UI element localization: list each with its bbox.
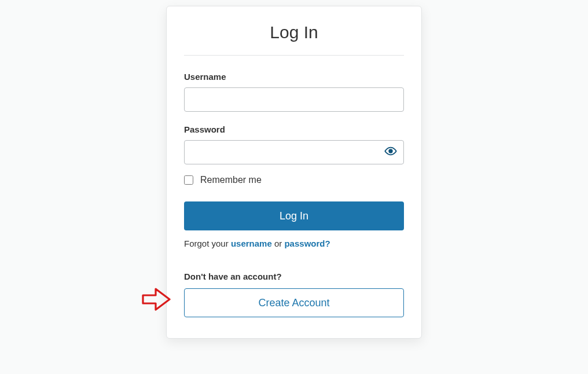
- password-group: Password: [184, 124, 404, 164]
- create-account-button[interactable]: Create Account: [184, 288, 404, 317]
- forgot-username-link[interactable]: username: [231, 239, 272, 248]
- svg-point-0: [389, 149, 392, 153]
- forgot-password-link[interactable]: password?: [284, 239, 330, 248]
- remember-label[interactable]: Remember me: [200, 175, 262, 185]
- page-title: Log In: [184, 23, 404, 56]
- password-input-wrap: [184, 140, 404, 164]
- forgot-row: Forgot your username or password?: [184, 239, 404, 248]
- username-label: Username: [184, 72, 404, 82]
- remember-row: Remember me: [184, 175, 404, 185]
- password-label: Password: [184, 124, 404, 134]
- show-password-icon[interactable]: [384, 145, 397, 160]
- forgot-prefix: Forgot your: [184, 239, 231, 248]
- login-card: Log In Username Password Remember me Log…: [166, 6, 422, 339]
- password-input[interactable]: [184, 140, 404, 164]
- username-group: Username: [184, 72, 404, 112]
- login-button[interactable]: Log In: [184, 201, 404, 230]
- username-input[interactable]: [184, 87, 404, 112]
- remember-checkbox[interactable]: [184, 175, 193, 185]
- forgot-or: or: [272, 239, 285, 248]
- no-account-label: Don't have an account?: [184, 272, 404, 281]
